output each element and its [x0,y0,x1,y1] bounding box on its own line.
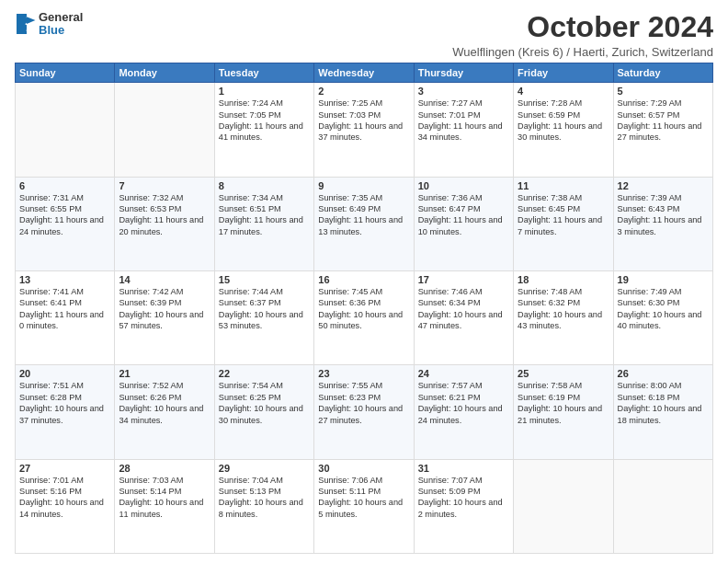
cell-info: Sunset: 6:36 PM [318,297,409,308]
cell-info: Sunset: 6:19 PM [518,392,609,403]
cell-info: Daylight: 10 hours and 50 minutes. [318,309,409,332]
cell-info: Sunrise: 7:31 AM [19,192,110,203]
day-number: 18 [518,274,609,285]
cell-info: Daylight: 11 hours and 0 minutes. [19,309,110,332]
page: General Blue October 2024 Wuelflingen (K… [0,0,728,563]
cell-info: Sunset: 6:25 PM [219,392,310,403]
day-number: 26 [618,368,709,379]
cell-info: Sunset: 6:39 PM [119,297,210,308]
cell-info: Sunrise: 7:03 AM [119,475,210,486]
cell-info: Sunrise: 7:32 AM [119,192,210,203]
cell-info: Sunrise: 7:58 AM [518,380,609,391]
calendar-cell: 27Sunrise: 7:01 AMSunset: 5:16 PMDayligh… [16,459,115,553]
cell-info: Daylight: 11 hours and 24 minutes. [19,214,110,237]
cell-info: Sunset: 6:32 PM [518,297,609,308]
day-number: 21 [119,368,210,379]
logo-general: General [39,11,83,24]
day-number: 2 [318,86,409,97]
cell-info: Daylight: 10 hours and 47 minutes. [418,309,509,332]
cell-info: Daylight: 10 hours and 14 minutes. [19,497,110,520]
cell-info: Sunrise: 7:39 AM [618,192,709,203]
calendar-cell: 15Sunrise: 7:44 AMSunset: 6:37 PMDayligh… [214,270,313,364]
day-number: 11 [518,180,609,191]
day-number: 17 [418,274,509,285]
calendar-weekday-wednesday: Wednesday [314,63,414,83]
cell-info: Daylight: 10 hours and 57 minutes. [119,309,210,332]
calendar-cell: 28Sunrise: 7:03 AMSunset: 5:14 PMDayligh… [115,459,214,553]
cell-info: Sunrise: 7:41 AM [19,286,110,297]
month-title: October 2024 [452,11,713,43]
cell-info: Sunrise: 7:36 AM [418,192,509,203]
cell-info: Sunset: 6:23 PM [318,392,409,403]
day-number: 9 [318,180,409,191]
day-number: 3 [418,86,509,97]
svg-marker-1 [27,17,35,24]
cell-info: Sunset: 6:28 PM [19,392,110,403]
cell-info: Sunrise: 7:29 AM [618,98,709,109]
calendar-cell: 2Sunrise: 7:25 AMSunset: 7:03 PMDaylight… [314,83,414,177]
cell-info: Sunset: 6:47 PM [418,203,509,214]
logo-blue: Blue [39,24,83,37]
logo-text: General Blue [39,11,83,38]
cell-info: Daylight: 10 hours and 21 minutes. [518,403,609,426]
cell-info: Sunrise: 8:00 AM [618,380,709,391]
cell-info: Sunset: 6:45 PM [518,203,609,214]
calendar-week-row: 13Sunrise: 7:41 AMSunset: 6:41 PMDayligh… [16,270,713,364]
calendar-table: SundayMondayTuesdayWednesdayThursdayFrid… [15,63,713,554]
day-number: 12 [618,180,709,191]
calendar-week-row: 20Sunrise: 7:51 AMSunset: 6:28 PMDayligh… [16,365,713,459]
cell-info: Daylight: 11 hours and 41 minutes. [219,121,310,144]
cell-info: Daylight: 11 hours and 13 minutes. [318,214,409,237]
title-block: October 2024 Wuelflingen (Kreis 6) / Hae… [452,11,713,59]
cell-info: Sunset: 5:11 PM [318,486,409,497]
cell-info: Sunrise: 7:55 AM [318,380,409,391]
cell-info: Sunrise: 7:54 AM [219,380,310,391]
cell-info: Daylight: 10 hours and 43 minutes. [518,309,609,332]
cell-info: Sunrise: 7:44 AM [219,286,310,297]
cell-info: Daylight: 11 hours and 20 minutes. [119,214,210,237]
day-number: 24 [418,368,509,379]
calendar-cell: 12Sunrise: 7:39 AMSunset: 6:43 PMDayligh… [613,177,712,270]
svg-rect-0 [17,14,27,34]
calendar-cell: 20Sunrise: 7:51 AMSunset: 6:28 PMDayligh… [16,365,115,459]
cell-info: Sunrise: 7:57 AM [418,380,509,391]
cell-info: Daylight: 11 hours and 7 minutes. [518,214,609,237]
calendar-cell: 8Sunrise: 7:34 AMSunset: 6:51 PMDaylight… [214,177,313,270]
day-number: 5 [618,86,709,97]
calendar-cell: 26Sunrise: 8:00 AMSunset: 6:18 PMDayligh… [613,365,712,459]
cell-info: Daylight: 11 hours and 10 minutes. [418,214,509,237]
calendar-week-row: 1Sunrise: 7:24 AMSunset: 7:05 PMDaylight… [16,83,713,177]
cell-info: Daylight: 10 hours and 18 minutes. [618,403,709,426]
calendar-cell: 22Sunrise: 7:54 AMSunset: 6:25 PMDayligh… [214,365,313,459]
day-number: 30 [318,463,409,474]
cell-info: Sunset: 6:18 PM [618,392,709,403]
cell-info: Daylight: 10 hours and 24 minutes. [418,403,509,426]
cell-info: Sunset: 6:37 PM [219,297,310,308]
cell-info: Sunset: 5:09 PM [418,486,509,497]
cell-info: Sunset: 7:01 PM [418,109,509,121]
cell-info: Daylight: 10 hours and 53 minutes. [219,309,310,332]
cell-info: Daylight: 11 hours and 17 minutes. [219,214,310,237]
cell-info: Sunset: 6:55 PM [19,203,110,214]
cell-info: Daylight: 10 hours and 2 minutes. [418,497,509,520]
calendar-cell: 19Sunrise: 7:49 AMSunset: 6:30 PMDayligh… [613,270,712,364]
calendar-cell: 30Sunrise: 7:06 AMSunset: 5:11 PMDayligh… [314,459,414,553]
cell-info: Daylight: 10 hours and 5 minutes. [318,497,409,520]
cell-info: Sunset: 7:05 PM [219,109,310,121]
calendar-weekday-sunday: Sunday [16,63,115,83]
day-number: 7 [119,180,210,191]
calendar-cell: 5Sunrise: 7:29 AMSunset: 6:57 PMDaylight… [613,83,712,177]
calendar-cell [514,459,613,553]
calendar-cell: 14Sunrise: 7:42 AMSunset: 6:39 PMDayligh… [115,270,214,364]
cell-info: Sunrise: 7:27 AM [418,98,509,109]
day-number: 6 [19,180,110,191]
day-number: 19 [618,274,709,285]
cell-info: Sunset: 5:16 PM [19,486,110,497]
calendar-cell [115,83,214,177]
cell-info: Sunrise: 7:42 AM [119,286,210,297]
calendar-cell: 24Sunrise: 7:57 AMSunset: 6:21 PMDayligh… [414,365,513,459]
calendar-cell: 29Sunrise: 7:04 AMSunset: 5:13 PMDayligh… [214,459,313,553]
day-number: 22 [219,368,310,379]
calendar-weekday-tuesday: Tuesday [214,63,313,83]
cell-info: Sunset: 6:43 PM [618,203,709,214]
